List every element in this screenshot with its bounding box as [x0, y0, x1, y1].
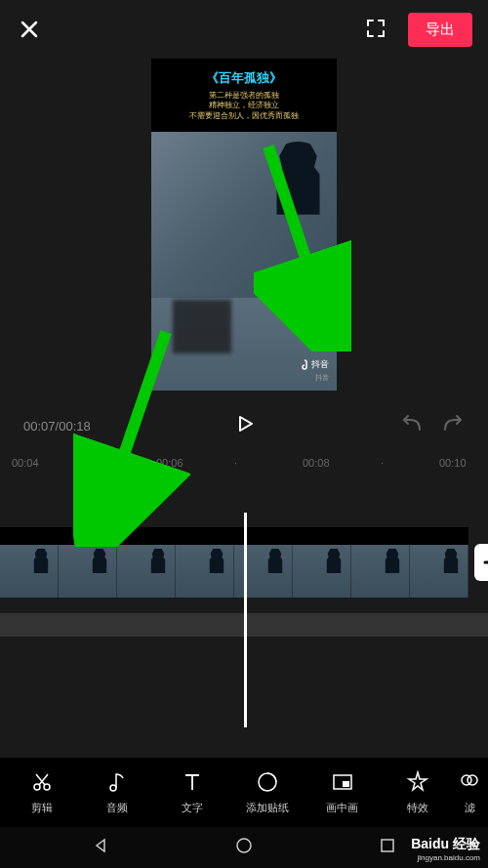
nav-recent-button[interactable] — [378, 836, 397, 859]
current-time: 00:07 — [23, 419, 56, 434]
ruler-tick: 00:04 — [12, 457, 39, 469]
filter-icon — [458, 770, 481, 794]
svg-point-7 — [468, 775, 477, 785]
preview-title-area: 《百年孤独》 第二种是强者的孤独 精神独立，经济独立 不需要迎合别人，因优秀而孤… — [151, 59, 337, 132]
clip-frame[interactable] — [0, 527, 59, 598]
watermark-main: Baidu 经验 — [411, 836, 480, 853]
tool-audio[interactable]: 音频 — [79, 769, 154, 815]
svg-point-2 — [110, 785, 116, 791]
ruler-dot: · — [234, 457, 237, 469]
tool-text[interactable]: 文字 — [154, 769, 229, 815]
undo-button[interactable] — [400, 414, 424, 437]
preview-text-line3: 不需要迎合别人，因优秀而孤独 — [189, 111, 299, 121]
cut-icon — [30, 770, 54, 794]
redo-icon — [441, 414, 465, 434]
preview-title: 《百年孤独》 — [206, 69, 282, 87]
svg-rect-9 — [382, 840, 393, 851]
plus-icon — [482, 552, 488, 573]
bottom-toolbar: 剪辑 音频 文字 添加贴纸 画中画 特效 滤 — [0, 757, 488, 827]
clip-frame[interactable] — [351, 527, 410, 598]
douyin-sub-label: 抖音 — [315, 373, 329, 383]
douyin-label: 抖音 — [311, 358, 329, 371]
douyin-watermark: 抖音 — [300, 358, 329, 371]
nav-home-button[interactable] — [234, 836, 254, 859]
add-clip-button[interactable] — [474, 544, 488, 581]
ruler-dot: · — [381, 457, 384, 469]
svg-point-8 — [237, 839, 251, 852]
pip-icon — [331, 770, 354, 794]
undo-icon — [400, 414, 424, 434]
baidu-watermark: Baidu 经验 jingyan.baidu.com — [411, 836, 480, 862]
back-triangle-icon — [91, 836, 110, 855]
export-button[interactable]: 导出 — [408, 13, 472, 47]
tool-label: 音频 — [106, 801, 128, 815]
tool-label: 剪辑 — [31, 801, 53, 815]
tool-sticker[interactable]: 添加贴纸 — [229, 769, 305, 815]
effects-icon — [406, 770, 429, 794]
douyin-icon — [300, 359, 309, 371]
preview-text-line1: 第二种是强者的孤独 — [209, 91, 279, 101]
text-icon — [181, 770, 204, 794]
play-button[interactable] — [235, 414, 255, 437]
home-circle-icon — [234, 836, 254, 855]
annotation-arrow-1 — [254, 137, 351, 351]
clip-frame[interactable] — [293, 527, 351, 598]
play-icon — [235, 414, 255, 434]
playhead[interactable] — [244, 513, 247, 727]
fullscreen-icon — [365, 18, 386, 39]
music-icon — [105, 770, 129, 794]
svg-rect-5 — [343, 781, 349, 787]
tool-effects[interactable]: 特效 — [380, 769, 455, 815]
clip-frame[interactable] — [234, 527, 293, 598]
system-nav-bar: Baidu 经验 jingyan.baidu.com — [0, 827, 488, 868]
tool-label: 滤 — [465, 801, 475, 815]
watermark-sub: jingyan.baidu.com — [411, 853, 480, 862]
tool-label: 添加贴纸 — [246, 801, 289, 815]
ruler-tick: 00:08 — [303, 457, 330, 469]
tool-edit[interactable]: 剪辑 — [4, 769, 79, 815]
top-bar: 导出 — [0, 0, 488, 59]
nav-back-button[interactable] — [91, 836, 110, 859]
clip-frame[interactable] — [410, 527, 468, 598]
annotation-arrow-2 — [73, 322, 190, 547]
tool-label: 文字 — [182, 801, 203, 815]
sticker-icon — [256, 770, 279, 794]
ruler-tick: 00:10 — [439, 457, 467, 469]
redo-button[interactable] — [441, 414, 465, 437]
tool-pip[interactable]: 画中画 — [305, 769, 380, 815]
close-icon — [19, 19, 40, 40]
timeline-area — [0, 527, 488, 723]
undo-redo-group — [400, 414, 465, 437]
close-button[interactable] — [16, 16, 43, 43]
tool-label: 画中画 — [326, 801, 358, 815]
fullscreen-button[interactable] — [365, 18, 388, 41]
tool-filter[interactable]: 滤 — [455, 769, 484, 815]
recent-square-icon — [378, 836, 397, 855]
tool-label: 特效 — [407, 801, 428, 815]
preview-text-line2: 精神独立，经济独立 — [209, 101, 279, 110]
top-right-controls: 导出 — [365, 13, 472, 47]
